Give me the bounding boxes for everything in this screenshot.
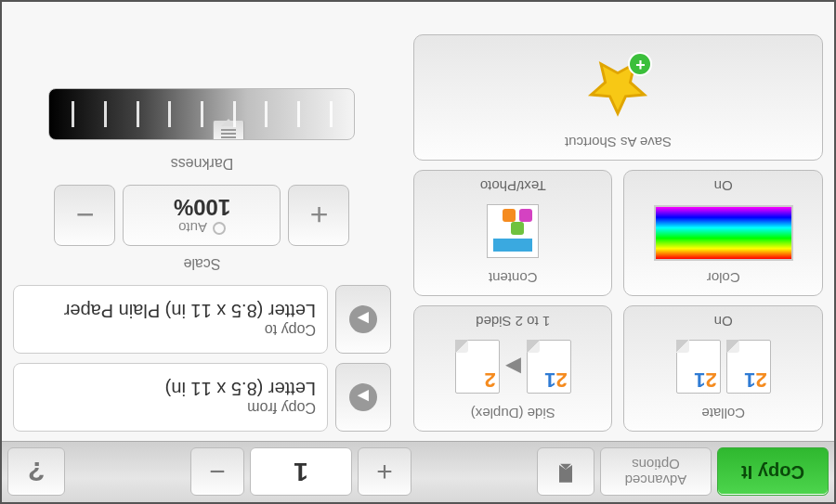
- go-arrow-icon: ▶: [349, 305, 377, 333]
- darkness-caption: Darkness: [13, 155, 391, 172]
- advanced-options-button[interactable]: Advanced Options: [600, 448, 712, 497]
- copy-from-value: Letter (8.5 x 11 in): [25, 379, 316, 400]
- copy-from-label: Copy from: [25, 400, 316, 417]
- duplex-thumb: 21 ▶ 2: [420, 330, 607, 404]
- advanced-line1: Advanced: [625, 472, 687, 488]
- content-tile[interactable]: Content Text/Photo: [413, 170, 613, 296]
- scale-percent: 100%: [174, 195, 230, 221]
- scale-display[interactable]: Auto 100%: [124, 185, 281, 246]
- color-thumb: [631, 194, 817, 268]
- decrement-button[interactable]: −: [190, 448, 244, 497]
- collate-thumb: 21 21: [631, 330, 817, 404]
- copy-from-field[interactable]: Copy from Letter (8.5 x 11 in): [13, 363, 328, 432]
- scale-auto-label: Auto: [178, 221, 207, 237]
- save-shortcut-caption: Save As Shortcut: [565, 135, 672, 150]
- save-shortcut-tile[interactable]: Save As Shortcut +: [413, 34, 823, 161]
- duplex-value: 1 to 2 Sided: [476, 314, 550, 330]
- options-column: Collate 21 21 On Side (Duplex) 21 ▶ 2 1 …: [402, 0, 834, 441]
- save-shortcut-thumb: +: [420, 41, 816, 133]
- arrow-right-icon: ▶: [505, 355, 521, 379]
- color-value: On: [714, 178, 733, 194]
- duplex-tile[interactable]: Side (Duplex) 21 ▶ 2 1 to 2 Sided: [413, 305, 613, 432]
- increment-button[interactable]: +: [358, 448, 411, 497]
- content-value: Text/Photo: [480, 178, 546, 194]
- darkness-handle[interactable]: [214, 121, 245, 140]
- darkness-slider[interactable]: [49, 88, 356, 140]
- help-button[interactable]: ?: [7, 448, 65, 497]
- copy-count-display[interactable]: 1: [250, 448, 352, 497]
- collate-caption: Collate: [701, 406, 745, 421]
- scale-plus-button[interactable]: +: [289, 185, 350, 246]
- copy-it-button[interactable]: Copy It: [717, 448, 829, 497]
- bookmark-down-icon: [553, 459, 579, 485]
- advanced-line2: Options: [632, 457, 680, 472]
- content-thumb: [420, 194, 607, 268]
- scale-caption: Scale: [13, 255, 391, 272]
- copy-to-field[interactable]: Copy to Letter (8.5 x 11 in) Plain Paper: [13, 285, 328, 354]
- scale-minus-button[interactable]: −: [55, 185, 116, 246]
- copy-to-go-button[interactable]: ▶: [335, 285, 391, 354]
- save-bookmark-button[interactable]: [537, 448, 594, 497]
- photo-icon: [487, 204, 539, 258]
- copy-to-label: Copy to: [25, 322, 316, 339]
- page-icon: 21: [726, 340, 771, 394]
- rainbow-icon: [654, 205, 793, 261]
- page-icon: 21: [676, 340, 721, 394]
- collate-value: On: [714, 314, 733, 330]
- copy-to-value: Letter (8.5 x 11 in) Plain Paper: [25, 301, 316, 322]
- copy-from-go-button[interactable]: ▶: [335, 363, 391, 432]
- page-icon: 21: [527, 340, 571, 394]
- settings-column: ▶ Copy from Letter (8.5 x 11 in) ▶ Copy …: [2, 0, 402, 441]
- header-bar: Copy It Advanced Options + 1 − ?: [2, 441, 834, 502]
- page-icon: 2: [455, 340, 500, 394]
- go-arrow-icon: ▶: [349, 383, 377, 411]
- collate-tile[interactable]: Collate 21 21 On: [624, 305, 824, 432]
- main-area: Collate 21 21 On Side (Duplex) 21 ▶ 2 1 …: [2, 0, 834, 441]
- radio-ring-icon: [213, 222, 226, 235]
- star-icon: +: [586, 55, 651, 120]
- duplex-caption: Side (Duplex): [471, 406, 555, 421]
- content-caption: Content: [489, 270, 538, 286]
- color-tile[interactable]: Color On: [624, 170, 824, 296]
- color-caption: Color: [707, 270, 740, 286]
